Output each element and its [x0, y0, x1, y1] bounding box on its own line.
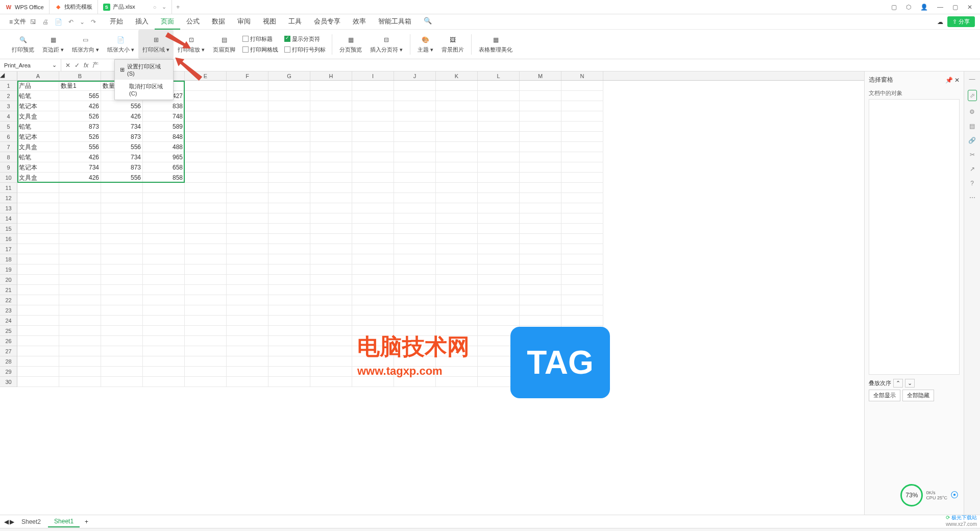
- cell[interactable]: [436, 244, 478, 254]
- cell[interactable]: [310, 275, 352, 285]
- col-header[interactable]: I: [352, 71, 394, 80]
- cell[interactable]: [268, 264, 310, 275]
- cell[interactable]: [478, 224, 520, 234]
- cell[interactable]: 873: [101, 162, 143, 173]
- cell[interactable]: [143, 377, 185, 387]
- cell[interactable]: [478, 244, 520, 254]
- cell[interactable]: [561, 183, 603, 193]
- cell[interactable]: 426: [101, 111, 143, 122]
- cell[interactable]: [227, 162, 268, 173]
- cell[interactable]: [520, 173, 561, 183]
- chevron-down-icon[interactable]: ⌄: [162, 4, 166, 10]
- cell[interactable]: [59, 183, 101, 193]
- cell[interactable]: [520, 275, 561, 285]
- cell[interactable]: [310, 356, 352, 367]
- cell[interactable]: [561, 142, 603, 152]
- cell[interactable]: [59, 336, 101, 346]
- cell[interactable]: [520, 203, 561, 213]
- cell[interactable]: [352, 285, 394, 295]
- cell[interactable]: [478, 305, 520, 316]
- row-header[interactable]: 7: [0, 142, 17, 152]
- cell[interactable]: [101, 285, 143, 295]
- cell[interactable]: [59, 254, 101, 264]
- cell[interactable]: [268, 152, 310, 162]
- cell[interactable]: [59, 193, 101, 203]
- row-header[interactable]: 25: [0, 326, 17, 336]
- cell[interactable]: [478, 173, 520, 183]
- cell[interactable]: [268, 224, 310, 234]
- cell[interactable]: [394, 346, 436, 356]
- cell[interactable]: [101, 224, 143, 234]
- cell[interactable]: [520, 183, 561, 193]
- menu-tab-tools[interactable]: 工具: [282, 14, 308, 30]
- cell[interactable]: [59, 203, 101, 213]
- show-break-check[interactable]: 显示分页符: [284, 34, 326, 44]
- cell[interactable]: [17, 326, 59, 336]
- menu-tab-review[interactable]: 审阅: [231, 14, 257, 30]
- cell[interactable]: [310, 254, 352, 264]
- row-header[interactable]: 22: [0, 295, 17, 305]
- cell[interactable]: [394, 264, 436, 275]
- cell[interactable]: [101, 203, 143, 213]
- layers-icon[interactable]: ▤: [969, 123, 975, 130]
- cell[interactable]: [101, 346, 143, 356]
- row-header[interactable]: 29: [0, 367, 17, 377]
- name-box[interactable]: Print_Area⌄: [0, 59, 61, 71]
- cell[interactable]: [394, 152, 436, 162]
- col-header[interactable]: N: [561, 71, 603, 80]
- cell[interactable]: [352, 305, 394, 316]
- cell[interactable]: 589: [143, 122, 185, 132]
- preview-icon[interactable]: 📄: [55, 18, 62, 26]
- cell[interactable]: [227, 193, 268, 203]
- cell[interactable]: [268, 356, 310, 367]
- row-header[interactable]: 3: [0, 101, 17, 111]
- margin-button[interactable]: ▦页边距 ▾: [38, 30, 68, 59]
- cell[interactable]: [227, 173, 268, 183]
- cell[interactable]: 426: [59, 152, 101, 162]
- cell[interactable]: [310, 132, 352, 142]
- cell[interactable]: [227, 213, 268, 224]
- cell[interactable]: [143, 326, 185, 336]
- cell[interactable]: [478, 295, 520, 305]
- cell[interactable]: [101, 254, 143, 264]
- cell[interactable]: [520, 152, 561, 162]
- row-header[interactable]: 23: [0, 305, 17, 316]
- monitor-icon[interactable]: ⦿: [950, 491, 959, 500]
- cell[interactable]: [143, 295, 185, 305]
- cell[interactable]: [561, 316, 603, 326]
- share-button[interactable]: ⇪ 分享: [947, 16, 975, 27]
- cell[interactable]: [394, 316, 436, 326]
- cell[interactable]: [268, 367, 310, 377]
- cell[interactable]: [561, 224, 603, 234]
- cell[interactable]: [101, 377, 143, 387]
- cell[interactable]: [101, 193, 143, 203]
- cell[interactable]: [520, 224, 561, 234]
- cell[interactable]: [185, 367, 227, 377]
- cell[interactable]: [436, 162, 478, 173]
- row-header[interactable]: 17: [0, 244, 17, 254]
- menu-tab-insert[interactable]: 插入: [129, 14, 155, 30]
- cell[interactable]: [310, 91, 352, 101]
- export-icon[interactable]: ↗: [970, 165, 975, 173]
- cell[interactable]: [561, 81, 603, 91]
- cell[interactable]: [352, 111, 394, 122]
- cell[interactable]: [268, 295, 310, 305]
- cell[interactable]: [520, 377, 561, 387]
- cell[interactable]: [227, 111, 268, 122]
- cell[interactable]: [520, 193, 561, 203]
- row-header[interactable]: 19: [0, 264, 17, 275]
- sheet-nav-left[interactable]: ◀: [4, 518, 9, 525]
- beautify-button[interactable]: ▦表格整理美化: [475, 30, 517, 59]
- cell[interactable]: [520, 367, 561, 377]
- cancel-fx-icon[interactable]: ✕: [65, 62, 70, 69]
- row-header[interactable]: 9: [0, 162, 17, 173]
- menu-tab-efficiency[interactable]: 效率: [347, 14, 372, 30]
- menu-tab-formula[interactable]: 公式: [180, 14, 206, 30]
- cube-icon[interactable]: ⬡: [906, 4, 911, 11]
- save-icon[interactable]: 🖫: [30, 18, 36, 26]
- cell[interactable]: [268, 162, 310, 173]
- cell[interactable]: [478, 203, 520, 213]
- cell[interactable]: [227, 295, 268, 305]
- menu-tab-data[interactable]: 数据: [206, 14, 231, 30]
- cell[interactable]: [561, 356, 603, 367]
